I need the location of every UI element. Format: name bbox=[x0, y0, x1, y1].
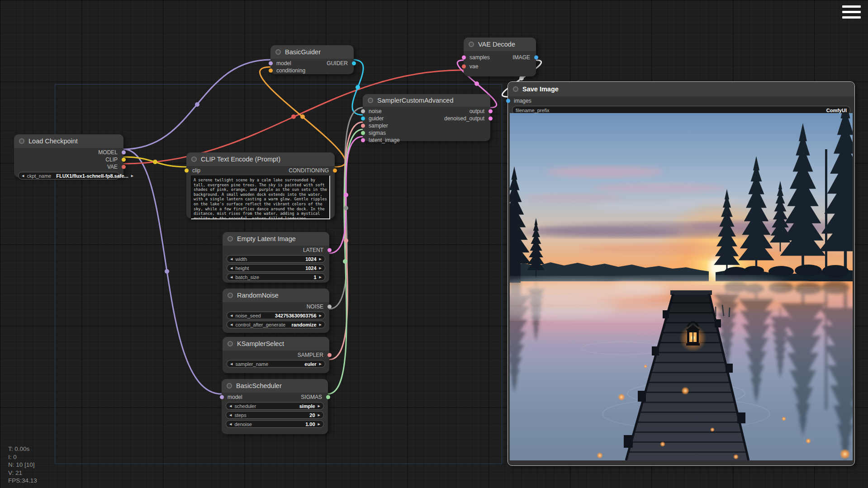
collapse-dot[interactable] bbox=[228, 236, 233, 242]
port-vae-input[interactable] bbox=[462, 65, 466, 69]
node-vae-decode[interactable]: VAE Decode samples IMAGE vae bbox=[464, 38, 536, 76]
control-after-generate-widget[interactable]: ◀ control_after_generate randomize ▶ bbox=[227, 321, 325, 328]
node-title-bar[interactable]: CLIP Text Encode (Prompt) bbox=[186, 152, 335, 166]
batch-size-widget[interactable]: ◀ batch_size 1 ▶ bbox=[227, 273, 325, 281]
port-conditioning-output[interactable] bbox=[333, 169, 337, 173]
node-title-bar[interactable]: BasicGuider bbox=[270, 45, 354, 59]
node-title-bar[interactable]: RandomNoise bbox=[223, 289, 329, 302]
node-title-bar[interactable]: Save Image bbox=[508, 82, 854, 96]
comfyui-canvas[interactable]: Load Checkpoint MODEL CLIP VAE ◀ ckpt_na… bbox=[0, 0, 868, 488]
port-denoised-output-output[interactable] bbox=[489, 117, 493, 121]
node-basic-guider[interactable]: BasicGuider model GUIDER conditioning bbox=[270, 45, 354, 74]
port-sampler-output[interactable] bbox=[327, 353, 332, 357]
collapse-dot[interactable] bbox=[228, 293, 233, 298]
node-title-bar[interactable]: BasicScheduler bbox=[222, 379, 328, 393]
collapse-dot[interactable] bbox=[469, 42, 474, 47]
node-title-bar[interactable]: KSamplerSelect bbox=[223, 337, 329, 351]
next-arrow-icon[interactable]: ▶ bbox=[319, 314, 322, 317]
stat-version: V: 21 bbox=[8, 469, 37, 477]
next-arrow-icon[interactable]: ▶ bbox=[318, 404, 320, 407]
width-widget[interactable]: ◀ width 1024 ▶ bbox=[227, 255, 325, 263]
stat-time: T: 0.00s bbox=[8, 445, 37, 453]
prev-arrow-icon[interactable]: ◀ bbox=[22, 174, 24, 177]
port-sigmas-output[interactable] bbox=[326, 395, 330, 399]
prev-arrow-icon[interactable]: ◀ bbox=[230, 257, 232, 261]
port-model-output[interactable] bbox=[122, 151, 126, 155]
port-guider-input[interactable] bbox=[361, 117, 365, 121]
port-image-output[interactable] bbox=[534, 56, 538, 60]
node-title-bar[interactable]: SamplerCustomAdvanced bbox=[363, 94, 490, 107]
port-guider-output[interactable] bbox=[352, 62, 356, 66]
node-title-label: BasicGuider bbox=[285, 48, 321, 56]
node-sampler-custom-advanced[interactable]: SamplerCustomAdvanced noise output guide… bbox=[363, 94, 490, 141]
port-sigmas-input[interactable] bbox=[361, 131, 365, 135]
next-arrow-icon[interactable]: ▶ bbox=[319, 275, 322, 279]
node-title-label: VAE Decode bbox=[478, 41, 515, 48]
port-vae-output[interactable] bbox=[122, 165, 126, 169]
ckpt-name-widget[interactable]: ◀ ckpt_name FLUX1/flux1-schnell-fp8.safe… bbox=[18, 172, 119, 180]
denoise-widget[interactable]: ◀ denoise 1.00 ▶ bbox=[226, 420, 324, 428]
port-clip-output[interactable] bbox=[122, 158, 126, 162]
collapse-dot[interactable] bbox=[191, 156, 197, 162]
port-latent-output[interactable] bbox=[327, 248, 332, 252]
output-row: VAE bbox=[14, 163, 123, 171]
node-random-noise[interactable]: RandomNoise NOISE ◀ noise_seed 342753630… bbox=[223, 289, 329, 333]
node-title-bar[interactable]: VAE Decode bbox=[464, 38, 536, 51]
collapse-dot[interactable] bbox=[275, 49, 281, 55]
prev-arrow-icon[interactable]: ◀ bbox=[230, 323, 232, 326]
next-arrow-icon[interactable]: ▶ bbox=[319, 323, 322, 326]
collapse-dot[interactable] bbox=[227, 383, 232, 389]
node-save-image[interactable]: Save Image images filename_prefix ComfyU… bbox=[508, 81, 855, 466]
port-model-input[interactable] bbox=[220, 395, 224, 399]
next-arrow-icon[interactable]: ▶ bbox=[319, 257, 322, 261]
hamburger-bar bbox=[842, 16, 861, 19]
port-noise-input[interactable] bbox=[361, 109, 365, 114]
port-clip-input[interactable] bbox=[185, 169, 189, 173]
next-arrow-icon[interactable]: ▶ bbox=[319, 362, 322, 365]
steps-widget[interactable]: ◀ steps 20 ▶ bbox=[226, 411, 324, 419]
node-empty-latent-image[interactable]: Empty Latent Image LATENT ◀ width 1024 ▶… bbox=[223, 232, 329, 283]
port-images-input[interactable] bbox=[506, 99, 510, 103]
noise-seed-widget[interactable]: ◀ noise_seed 342753630903756 ▶ bbox=[227, 312, 325, 319]
prev-arrow-icon[interactable]: ◀ bbox=[229, 422, 232, 426]
prompt-textarea[interactable]: A serene twilight scene by a calm lake s… bbox=[191, 175, 330, 219]
node-ksampler-select[interactable]: KSamplerSelect SAMPLER ◀ sampler_name eu… bbox=[223, 337, 329, 373]
prev-arrow-icon[interactable]: ◀ bbox=[229, 404, 232, 407]
prev-arrow-icon[interactable]: ◀ bbox=[230, 314, 232, 317]
next-arrow-icon[interactable]: ▶ bbox=[318, 422, 320, 426]
next-arrow-icon[interactable]: ▶ bbox=[318, 413, 320, 417]
prev-arrow-icon[interactable]: ◀ bbox=[230, 266, 232, 270]
next-arrow-icon[interactable]: ▶ bbox=[131, 174, 133, 177]
port-model-input[interactable] bbox=[269, 62, 273, 66]
scheduler-widget[interactable]: ◀ scheduler simple ▶ bbox=[226, 402, 324, 410]
output-row: CLIP bbox=[14, 156, 123, 163]
node-load-checkpoint[interactable]: Load Checkpoint MODEL CLIP VAE ◀ ckpt_na… bbox=[14, 134, 123, 177]
slot-row: model SIGMAS bbox=[222, 393, 328, 401]
node-clip-text-encode[interactable]: CLIP Text Encode (Prompt) clip CONDITION… bbox=[186, 152, 335, 218]
hamburger-menu-icon[interactable] bbox=[842, 5, 861, 22]
slot-row: model GUIDER bbox=[270, 60, 354, 67]
prev-arrow-icon[interactable]: ◀ bbox=[230, 275, 232, 279]
port-sampler-input[interactable] bbox=[361, 124, 365, 128]
node-title-label: CLIP Text Encode (Prompt) bbox=[201, 156, 280, 163]
node-title-bar[interactable]: Load Checkpoint bbox=[14, 134, 123, 148]
port-output-output[interactable] bbox=[489, 109, 493, 114]
port-latent-image-input[interactable] bbox=[361, 138, 365, 142]
output-row: SAMPLER bbox=[223, 351, 329, 359]
node-title-label: Empty Latent Image bbox=[237, 235, 296, 242]
collapse-dot[interactable] bbox=[228, 341, 233, 346]
collapse-dot[interactable] bbox=[513, 86, 518, 92]
node-title-bar[interactable]: Empty Latent Image bbox=[223, 232, 329, 246]
height-widget[interactable]: ◀ height 1024 ▶ bbox=[227, 264, 325, 272]
sampler-name-widget[interactable]: ◀ sampler_name euler ▶ bbox=[227, 360, 325, 368]
next-arrow-icon[interactable]: ▶ bbox=[319, 266, 322, 270]
port-samples-input[interactable] bbox=[462, 56, 466, 60]
collapse-dot[interactable] bbox=[368, 98, 373, 103]
prev-arrow-icon[interactable]: ◀ bbox=[230, 362, 232, 365]
collapse-dot[interactable] bbox=[19, 138, 24, 144]
node-basic-scheduler[interactable]: BasicScheduler model SIGMAS ◀ scheduler … bbox=[222, 379, 328, 434]
port-conditioning-input[interactable] bbox=[269, 69, 273, 73]
port-noise-output[interactable] bbox=[327, 305, 332, 309]
prev-arrow-icon[interactable]: ◀ bbox=[229, 413, 232, 417]
canvas-stats: T: 0.00s I: 0 N: 10 [10] V: 21 FPS:34.13 bbox=[8, 445, 37, 485]
